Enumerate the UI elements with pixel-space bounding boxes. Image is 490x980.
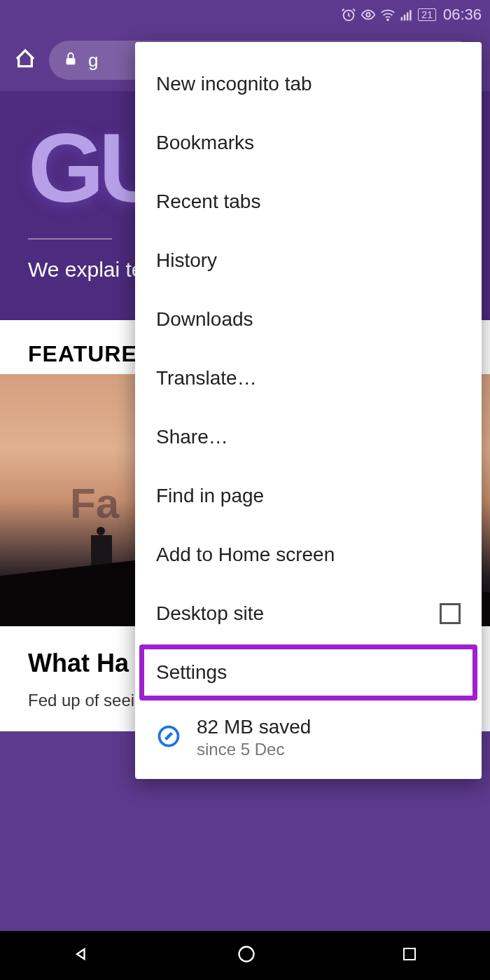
url-text: g (88, 50, 98, 71)
saver-amount: 82 MB saved (197, 716, 311, 738)
menu-desktop-site[interactable]: Desktop site (135, 584, 482, 643)
desktop-site-checkbox[interactable] (440, 603, 461, 624)
svg-rect-4 (404, 15, 406, 20)
svg-rect-6 (410, 10, 412, 20)
svg-rect-5 (407, 13, 409, 21)
svg-point-2 (387, 19, 388, 20)
data-saver-icon (156, 724, 181, 752)
menu-downloads[interactable]: Downloads (135, 290, 482, 349)
home-icon[interactable] (14, 48, 36, 73)
lock-icon (63, 50, 78, 71)
menu-translate[interactable]: Translate… (135, 349, 482, 408)
saver-since: since 5 Dec (197, 740, 311, 759)
image-overlay-text: Fa (70, 479, 119, 527)
menu-add-to-home[interactable]: Add to Home screen (135, 525, 482, 584)
battery-level: 21 (418, 8, 436, 21)
svg-rect-9 (404, 948, 415, 960)
menu-share[interactable]: Share… (135, 408, 482, 467)
menu-new-incognito[interactable]: New incognito tab (135, 55, 482, 113)
android-nav-bar (0, 931, 490, 980)
divider (28, 238, 112, 240)
data-saver-info[interactable]: 82 MB saved since 5 Dec (135, 702, 482, 766)
svg-rect-7 (66, 58, 76, 64)
svg-point-1 (367, 13, 371, 17)
wifi-icon (380, 7, 396, 22)
menu-find-in-page[interactable]: Find in page (135, 467, 482, 525)
back-icon[interactable] (72, 944, 92, 967)
menu-recent-tabs[interactable]: Recent tabs (135, 172, 482, 231)
svg-rect-3 (401, 17, 403, 20)
signal-icon (400, 8, 414, 22)
home-circle-icon[interactable] (237, 944, 256, 967)
svg-point-8 (239, 947, 253, 962)
eye-icon (360, 7, 376, 22)
menu-bookmarks[interactable]: Bookmarks (135, 113, 482, 172)
status-time: 06:36 (443, 6, 482, 24)
browser-menu: New incognito tab Bookmarks Recent tabs … (135, 42, 482, 779)
status-bar: 21 06:36 (0, 0, 490, 29)
alarm-icon (341, 7, 356, 22)
menu-settings[interactable]: Settings (135, 643, 482, 702)
recent-apps-icon[interactable] (401, 946, 418, 965)
menu-history[interactable]: History (135, 231, 482, 290)
